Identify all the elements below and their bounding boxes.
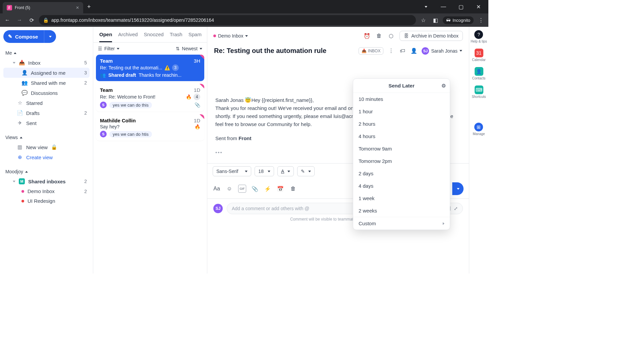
close-tab-icon[interactable]: ✕ [76, 5, 79, 10]
tab-archived[interactable]: Archived [118, 32, 138, 42]
compose-button[interactable]: ✎ Compose [3, 30, 44, 43]
nav-shared-inboxes[interactable]: M Shared inboxes 2 [3, 176, 90, 186]
send-later-option[interactable]: 1 week [353, 192, 450, 204]
participants-icon[interactable]: 👤 [410, 47, 418, 55]
body-emoji: 😇 [245, 97, 251, 103]
extensions-icon[interactable]: ◧ [431, 15, 440, 25]
nav-shared-with-me[interactable]: 👥 Shared with me 2 [3, 78, 90, 88]
nav-create-view[interactable]: ⊕ Create view [3, 152, 90, 162]
conversation-item[interactable]: Mathilde Collin 1D Say hey? 🔥 S yes we c… [96, 114, 204, 141]
archive-label: Archive in Demo Inbox [411, 33, 459, 39]
emoji-icon[interactable]: ☺ [225, 185, 233, 193]
snooze-icon[interactable]: ⏰ [363, 32, 371, 40]
more-icon[interactable]: ⋮ [387, 47, 395, 55]
send-later-option[interactable]: 2 hours [353, 118, 450, 130]
discard-icon[interactable]: 🗑 [289, 185, 297, 193]
nav-ui-redesign[interactable]: UI Redesign [3, 196, 90, 206]
send-later-option[interactable]: 10 minutes [353, 93, 450, 105]
chevron-down-icon [117, 48, 119, 50]
text-color-select[interactable]: A [277, 166, 294, 176]
inbox-tag[interactable]: 📥 INBOX [359, 47, 383, 55]
spam-icon[interactable]: ⬡ [387, 32, 395, 40]
attachment-icon[interactable]: 📎 [251, 185, 259, 193]
tab-open[interactable]: Open [99, 32, 112, 42]
compose-icon: ✎ [8, 34, 12, 40]
assignee-selector[interactable]: SJ Sarah Jonas [422, 47, 462, 55]
tab-search-icon[interactable] [419, 2, 433, 12]
avatar: S [100, 102, 107, 108]
nav-sent[interactable]: ✈ Sent [3, 118, 90, 128]
new-tab-button[interactable]: + [83, 3, 95, 10]
font-family-select[interactable]: Sans-Serif [213, 166, 251, 176]
chevron-down-icon [308, 171, 311, 172]
compose-dropdown[interactable] [44, 30, 56, 43]
front-favicon: F [7, 5, 12, 10]
chevron-up-icon [20, 137, 22, 138]
close-window-icon[interactable]: ✕ [471, 2, 486, 12]
send-later-custom[interactable]: Custom [353, 217, 450, 230]
maximize-icon[interactable]: ▢ [453, 2, 468, 12]
nav-demo-inbox[interactable]: Demo Inbox 2 [3, 186, 90, 196]
send-later-option[interactable]: 2 weeks [353, 204, 450, 217]
nav-starred[interactable]: ☆ Starred [3, 98, 90, 108]
rail-label: Help & tips [471, 40, 487, 43]
popover-title-row: Send Later ⚙ [353, 79, 450, 93]
reload-icon[interactable]: ⟳ [27, 15, 36, 25]
rail-shortcuts[interactable]: ⌨ Shortcuts [472, 85, 486, 99]
rail-manage[interactable]: ⊞ Manage [473, 123, 485, 136]
nav-inbox[interactable]: 📥 Inbox 5 [3, 58, 90, 68]
help-icon: ? [474, 30, 483, 39]
section-views[interactable]: Views [3, 133, 90, 142]
incognito-chip[interactable]: 🕶 Incognito [443, 16, 474, 24]
nav-count: 5 [84, 60, 87, 65]
minimize-icon[interactable]: — [436, 2, 451, 12]
inbox-selector[interactable]: Demo Inbox [213, 33, 248, 39]
send-later-option[interactable]: Tomorrow 9am [353, 142, 450, 155]
sort-button[interactable]: ⇅ Newest [176, 46, 202, 51]
rail-help[interactable]: ? Help & tips [471, 30, 487, 43]
tab-trash[interactable]: Trash [170, 32, 182, 42]
bookmark-icon[interactable]: ☆ [419, 15, 428, 25]
send-options-dropdown[interactable] [452, 182, 464, 195]
people-icon: 👥 [21, 80, 28, 86]
back-icon[interactable]: ← [3, 15, 12, 25]
body-greeting: Hey {{recipient.first_name}}, [251, 97, 314, 103]
tab-spam[interactable]: Spam [189, 32, 202, 42]
gear-icon[interactable]: ⚙ [441, 83, 446, 89]
send-later-option[interactable]: 1 hour [353, 105, 450, 118]
rail-calendar[interactable]: 31 Calendar [472, 49, 486, 62]
send-later-option[interactable]: Tomorrow 2pm [353, 155, 450, 167]
gif-icon[interactable]: GIF [238, 185, 246, 193]
insert-template-icon[interactable]: ⚡ [264, 185, 272, 193]
send-later-option[interactable]: 4 hours [353, 130, 450, 142]
incognito-label: Incognito [452, 18, 470, 23]
rail-contacts[interactable]: 👤 Contacts [472, 67, 485, 80]
calendar-insert-icon[interactable]: 📅 [276, 185, 284, 193]
browser-tab[interactable]: F Front (5) ✕ [3, 2, 83, 13]
conversation-item[interactable]: Team 3H Re: Testing out the automati... … [96, 55, 204, 81]
archive-button[interactable]: 🗄 Archive in Demo Inbox [399, 31, 463, 41]
font-size-select[interactable]: 18 [255, 166, 274, 176]
corner-flag-icon [200, 55, 204, 59]
nav-discussions[interactable]: 💬 Discussions [3, 88, 90, 98]
expand-icon[interactable]: ⤢ [454, 206, 458, 211]
tab-snoozed[interactable]: Snoozed [144, 32, 164, 42]
highlight-select[interactable]: ✎ [297, 166, 315, 176]
url-field[interactable]: 🔒 app.frontapp.com/inboxes/teammates/156… [39, 15, 416, 25]
tag-icon[interactable]: 🏷 [399, 47, 406, 55]
trash-icon[interactable]: 🗑 [375, 32, 383, 40]
nav-count: 2 [84, 110, 87, 116]
nav-assigned-to-me[interactable]: 👤 Assigned to me 3 [3, 68, 90, 78]
send-later-option[interactable]: 2 days [353, 167, 450, 180]
nav-label: Starred [26, 100, 43, 106]
filter-button[interactable]: ☰ Filter [98, 46, 119, 51]
text-style-icon[interactable]: Aa [213, 185, 221, 193]
conversation-item[interactable]: Team 1D Re: Re: Welcome to Front! 🔥 4 S … [96, 84, 204, 112]
nav-new-view[interactable]: ▥ New view 🔒 [3, 142, 90, 152]
send-later-option[interactable]: 4 days [353, 180, 450, 192]
kebab-menu-icon[interactable]: ⋮ [476, 15, 486, 25]
nav-drafts[interactable]: 📄 Drafts 2 [3, 108, 90, 118]
section-me[interactable]: Me [3, 48, 90, 58]
section-moodjoy[interactable]: Moodjoy [3, 167, 90, 176]
person-icon: 👤 [21, 70, 28, 76]
